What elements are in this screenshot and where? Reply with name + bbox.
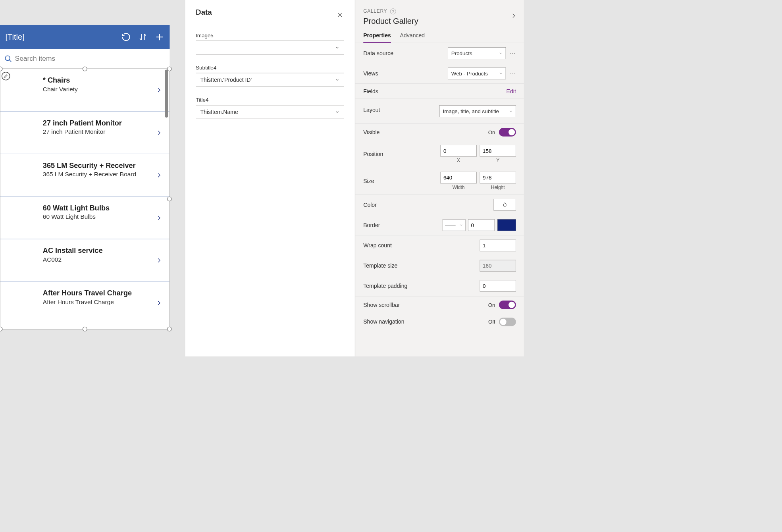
subtitle-select[interactable]: ThisItem.'Product ID' bbox=[196, 73, 344, 87]
list-item[interactable]: AC Install service AC002 bbox=[0, 239, 169, 281]
svg-point-0 bbox=[5, 56, 10, 60]
control-type-crumb: GALLERY ? bbox=[363, 8, 516, 14]
chevron-down-icon bbox=[335, 110, 340, 114]
search-input[interactable] bbox=[12, 54, 166, 63]
label-views: Views bbox=[363, 70, 448, 77]
label-visible: Visible bbox=[363, 129, 488, 135]
visible-state-text: On bbox=[488, 129, 495, 135]
list-item[interactable]: * Chairs Chair Variety bbox=[0, 69, 169, 112]
app-header: [Title] bbox=[0, 25, 169, 49]
chevron-down-icon bbox=[335, 45, 340, 50]
item-subtitle: 27 inch Patient Monitor bbox=[43, 128, 154, 135]
search-row bbox=[0, 49, 169, 69]
label-show-scrollbar: Show scrollbar bbox=[363, 302, 488, 308]
more-icon[interactable]: ··· bbox=[509, 50, 516, 56]
label-layout: Layout bbox=[363, 105, 439, 113]
size-width-input[interactable] bbox=[441, 172, 477, 183]
chevron-right-icon[interactable] bbox=[156, 85, 162, 94]
chevron-right-icon[interactable] bbox=[156, 299, 162, 308]
position-x-input[interactable] bbox=[441, 145, 477, 156]
label-wrap-count: Wrap count bbox=[363, 243, 480, 249]
list-item[interactable]: 365 LM Security + Receiver 365 LM Securi… bbox=[0, 154, 169, 197]
item-title: * Chairs bbox=[43, 76, 154, 85]
template-padding-input[interactable] bbox=[480, 280, 516, 292]
tabs: Properties Advanced bbox=[355, 25, 524, 43]
chevron-right-icon[interactable] bbox=[156, 171, 162, 180]
gallery-scrollbar[interactable] bbox=[165, 70, 168, 118]
cap-y: Y bbox=[496, 158, 499, 163]
cap-height: Height bbox=[491, 185, 505, 190]
wrap-count-input[interactable] bbox=[480, 240, 516, 251]
label-border: Border bbox=[363, 222, 443, 228]
label-show-navigation: Show navigation bbox=[363, 319, 488, 325]
list-item[interactable]: 60 Watt Light Bulbs 60 Watt Light Bulbs bbox=[0, 197, 169, 239]
fields-edit-link[interactable]: Edit bbox=[507, 88, 516, 94]
label-template-size: Template size bbox=[363, 262, 480, 269]
field-label-image: Image5 bbox=[196, 33, 344, 39]
item-subtitle: Chair Variety bbox=[43, 86, 154, 93]
title-select[interactable]: ThisItem.Name bbox=[196, 105, 344, 119]
position-y-input[interactable] bbox=[480, 145, 516, 156]
border-style-select[interactable] bbox=[443, 219, 466, 231]
search-icon[interactable] bbox=[4, 55, 12, 63]
item-subtitle: 365 LM Security + Receiver Board bbox=[43, 171, 154, 178]
chevron-right-icon[interactable] bbox=[156, 128, 162, 137]
close-icon[interactable] bbox=[336, 11, 344, 19]
chevron-right-icon[interactable] bbox=[156, 213, 162, 222]
label-position: Position bbox=[363, 151, 440, 157]
gallery-control[interactable]: * Chairs Chair Variety 27 inch Patient M… bbox=[0, 69, 169, 330]
label-template-padding: Template padding bbox=[363, 283, 480, 289]
item-title: 60 Watt Light Bulbs bbox=[43, 204, 154, 212]
list-item[interactable]: After Hours Travel Charge After Hours Tr… bbox=[0, 282, 169, 324]
template-size-input bbox=[480, 260, 516, 272]
help-icon[interactable]: ? bbox=[390, 9, 396, 15]
item-subtitle: 60 Watt Light Bulbs bbox=[43, 213, 154, 220]
edit-template-icon[interactable] bbox=[2, 72, 10, 80]
border-width-input[interactable] bbox=[468, 219, 495, 231]
label-size: Size bbox=[363, 178, 440, 184]
more-icon[interactable]: ··· bbox=[509, 70, 516, 77]
chevron-down-icon bbox=[499, 51, 503, 56]
field-label-title: Title4 bbox=[196, 97, 344, 103]
chevron-down-icon bbox=[499, 71, 503, 76]
add-icon[interactable] bbox=[155, 32, 164, 42]
canvas-gallery-area: [Title] * Chairs Chair Variety bbox=[0, 25, 169, 329]
cap-x: X bbox=[457, 158, 460, 163]
title-select-value: ThisItem.Name bbox=[200, 109, 238, 115]
collapse-pane-icon[interactable] bbox=[510, 12, 516, 19]
item-title: 365 LM Security + Receiver bbox=[43, 162, 154, 170]
item-subtitle: After Hours Travel Charge bbox=[43, 299, 154, 306]
chevron-down-icon bbox=[509, 109, 513, 114]
label-color: Color bbox=[363, 202, 493, 208]
control-name: Product Gallery bbox=[363, 17, 516, 26]
scrollbar-state-text: On bbox=[488, 302, 495, 308]
tab-properties[interactable]: Properties bbox=[363, 33, 391, 43]
sort-icon[interactable] bbox=[138, 33, 147, 42]
data-panel-title: Data bbox=[196, 8, 344, 16]
item-title: AC Install service bbox=[43, 247, 154, 255]
size-height-input[interactable] bbox=[480, 172, 516, 183]
nav-state-text: Off bbox=[488, 319, 495, 325]
data-source-select[interactable]: Products bbox=[448, 47, 506, 59]
views-select[interactable]: Web - Products bbox=[448, 67, 506, 79]
chevron-right-icon[interactable] bbox=[156, 256, 162, 265]
chevron-down-icon bbox=[335, 77, 340, 82]
subtitle-select-value: ThisItem.'Product ID' bbox=[200, 77, 252, 83]
list-item[interactable]: 27 inch Patient Monitor 27 inch Patient … bbox=[0, 112, 169, 154]
data-panel: Data Image5 Subtitle4 ThisItem.'Product … bbox=[185, 0, 355, 357]
visible-toggle[interactable] bbox=[499, 128, 516, 136]
label-data-source: Data source bbox=[363, 50, 448, 56]
layout-select[interactable]: Image, title, and subtitle bbox=[439, 105, 516, 117]
properties-pane: GALLERY ? Product Gallery Properties Adv… bbox=[355, 0, 524, 357]
show-navigation-toggle[interactable] bbox=[499, 318, 516, 326]
refresh-icon[interactable] bbox=[121, 32, 131, 42]
show-scrollbar-toggle[interactable] bbox=[499, 301, 516, 309]
item-subtitle: AC002 bbox=[43, 256, 154, 263]
color-picker[interactable] bbox=[494, 199, 516, 210]
label-fields: Fields bbox=[363, 88, 506, 94]
item-title: After Hours Travel Charge bbox=[43, 289, 154, 297]
border-color-picker[interactable] bbox=[497, 219, 516, 231]
image-select[interactable] bbox=[196, 41, 344, 55]
app-title: [Title] bbox=[5, 33, 114, 42]
tab-advanced[interactable]: Advanced bbox=[400, 33, 425, 43]
